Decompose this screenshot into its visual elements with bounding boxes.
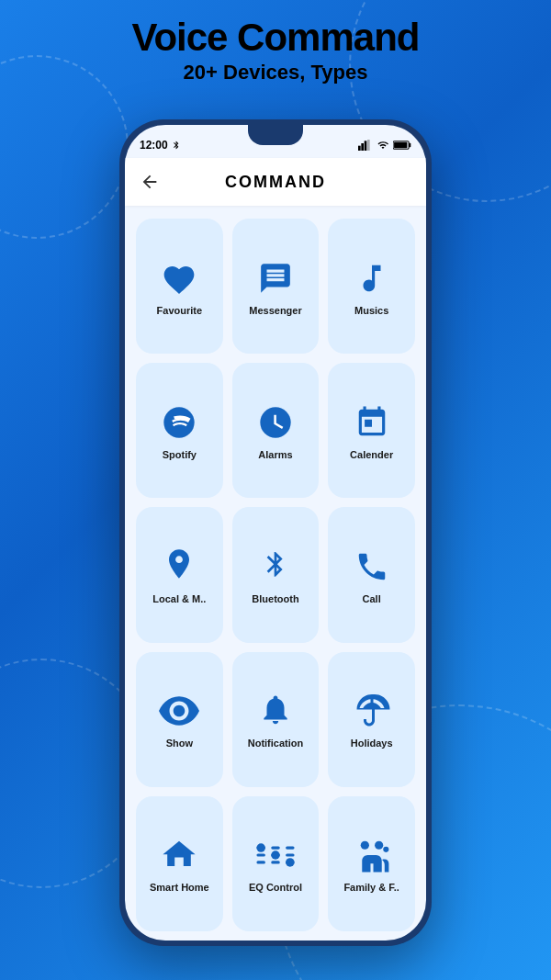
app-grid: FavouriteMessengerMusicsSpotifyAlarmsCal… xyxy=(125,209,426,941)
header-section: Voice Command 20+ Devices, Types xyxy=(0,17,551,84)
music-icon xyxy=(351,257,393,299)
phone-inner: 12:00 xyxy=(125,125,426,941)
svg-rect-5 xyxy=(409,143,410,147)
app-label-holidays: Holidays xyxy=(351,738,393,749)
app-label-eq: EQ Control xyxy=(249,882,302,893)
app-label-show: Show xyxy=(166,738,193,749)
signal-icon xyxy=(358,140,373,151)
svg-rect-2 xyxy=(365,141,367,151)
app-item-notification[interactable]: Notification xyxy=(232,652,320,787)
calendar-icon xyxy=(351,401,393,444)
main-title: Voice Command xyxy=(0,17,551,59)
bluetooth-icon xyxy=(254,546,297,588)
svg-rect-16 xyxy=(286,854,295,857)
status-icons xyxy=(358,140,411,151)
phone-frame: 12:00 xyxy=(119,119,432,946)
back-button[interactable] xyxy=(140,172,160,192)
app-item-call[interactable]: Call xyxy=(328,507,415,642)
svg-point-23 xyxy=(383,847,388,852)
app-label-local: Local & M.. xyxy=(152,593,206,604)
app-label-bluetooth: Bluetooth xyxy=(252,593,298,604)
app-label-calender: Calender xyxy=(350,449,393,460)
app-label-messenger: Messenger xyxy=(249,305,301,316)
svg-rect-3 xyxy=(367,140,370,151)
app-label-musics: Musics xyxy=(354,305,388,316)
home-icon xyxy=(158,834,200,876)
svg-rect-6 xyxy=(394,142,407,148)
family-icon xyxy=(351,834,393,876)
app-item-messenger[interactable]: Messenger xyxy=(232,219,320,354)
app-item-family[interactable]: Family & F.. xyxy=(328,796,415,931)
screen-title: COMMAND xyxy=(225,173,326,192)
battery-icon xyxy=(393,140,411,151)
app-item-bluetooth[interactable]: Bluetooth xyxy=(232,507,320,642)
app-item-musics[interactable]: Musics xyxy=(328,219,415,354)
app-label-alarms: Alarms xyxy=(258,449,292,460)
app-label-family: Family & F.. xyxy=(343,882,399,893)
svg-point-20 xyxy=(286,859,295,868)
sub-title: 20+ Devices, Types xyxy=(0,61,551,84)
svg-rect-15 xyxy=(286,847,295,850)
app-item-favourite[interactable]: Favourite xyxy=(136,219,223,354)
app-item-spotify[interactable]: Spotify xyxy=(136,363,223,498)
app-item-holidays[interactable]: Holidays xyxy=(328,652,415,787)
app-label-call: Call xyxy=(363,593,381,604)
phone-icon xyxy=(351,546,393,588)
app-item-show[interactable]: Show xyxy=(136,652,223,787)
back-icon xyxy=(140,172,160,192)
equalizer-icon xyxy=(254,834,297,876)
app-label-favourite: Favourite xyxy=(157,305,203,316)
heart-icon xyxy=(158,257,200,299)
app-item-alarms[interactable]: Alarms xyxy=(232,363,320,498)
app-item-smarthome[interactable]: Smart Home xyxy=(136,796,223,931)
svg-point-21 xyxy=(360,841,368,850)
app-item-local[interactable]: Local & M.. xyxy=(136,507,223,642)
svg-rect-10 xyxy=(256,854,265,857)
app-label-spotify: Spotify xyxy=(163,449,197,460)
notch xyxy=(248,125,303,145)
svg-rect-12 xyxy=(271,847,280,850)
svg-rect-11 xyxy=(256,862,265,864)
top-bar: COMMAND xyxy=(125,158,426,206)
svg-rect-14 xyxy=(271,862,280,864)
svg-rect-1 xyxy=(361,143,364,151)
spotify-icon xyxy=(158,401,200,444)
app-label-notification: Notification xyxy=(248,738,304,749)
svg-point-22 xyxy=(375,841,383,850)
app-label-smarthome: Smart Home xyxy=(150,882,209,893)
app-item-calender[interactable]: Calender xyxy=(328,363,415,498)
svg-point-18 xyxy=(256,844,265,853)
location-icon xyxy=(158,546,200,588)
status-time: 12:00 xyxy=(140,139,168,152)
umbrella-icon xyxy=(351,690,393,732)
eye-icon xyxy=(158,690,200,732)
clock-icon xyxy=(254,401,297,444)
bell-icon xyxy=(254,690,297,732)
svg-point-19 xyxy=(271,851,280,861)
chat-icon xyxy=(254,257,297,299)
svg-rect-0 xyxy=(358,146,361,151)
bluetooth-status-icon xyxy=(172,141,181,150)
app-item-eq[interactable]: EQ Control xyxy=(232,796,320,931)
wifi-icon xyxy=(377,140,389,151)
